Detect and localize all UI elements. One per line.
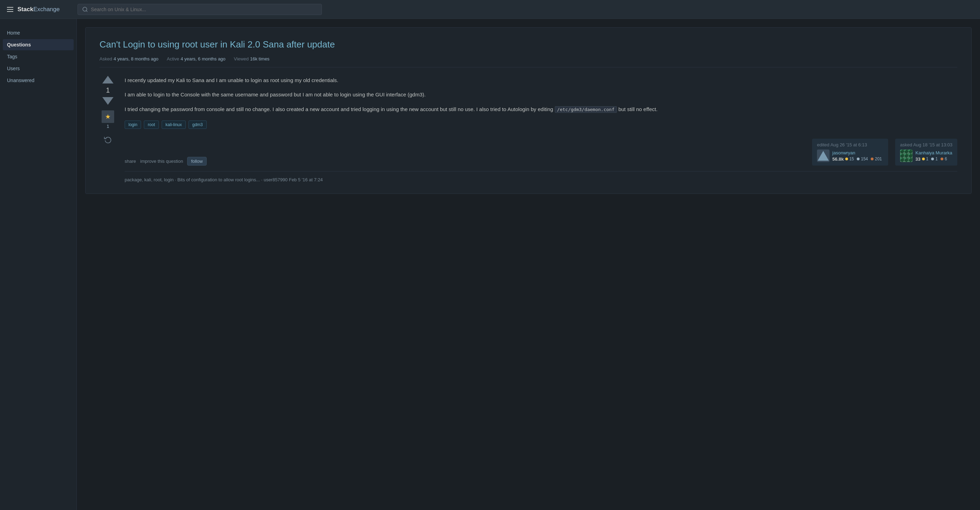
asker-rep: 33 — [915, 156, 920, 162]
editor-details: jasonwryan 56.8k 15 154 — [832, 150, 883, 162]
share-link[interactable]: share — [125, 159, 136, 164]
tags-row: login root kali-linux gdm3 — [125, 121, 957, 129]
search-bar[interactable] — [78, 4, 322, 15]
meta-active: Active 4 years, 6 months ago — [167, 56, 226, 62]
sidebar-item-tags[interactable]: Tags — [3, 51, 74, 62]
asker-gold-count: 1 — [926, 156, 929, 161]
asker-silver-badge-icon — [931, 158, 934, 160]
tag-gdm3[interactable]: gdm3 — [189, 121, 207, 129]
editor-gold-count: 15 — [850, 156, 854, 161]
bookmark-count: 1 — [107, 124, 109, 129]
editor-name[interactable]: jasonwryan — [832, 150, 883, 155]
asker-details: Kanhaiya Murarka 33 1 1 — [915, 150, 953, 162]
gold-badge-icon — [845, 158, 848, 160]
history-button[interactable] — [102, 133, 114, 146]
asker-info: Kanhaiya Murarka 33 1 1 — [900, 150, 953, 162]
post-body: I recently updated my Kali to Sana and I… — [125, 76, 957, 183]
sidebar-item-questions[interactable]: Questions — [3, 39, 74, 50]
sidebar-nav: Home Questions Tags Users Unanswered — [0, 27, 76, 86]
asker-bronze-badge-icon — [940, 158, 943, 160]
improve-link[interactable]: improve this question — [140, 159, 183, 164]
editor-rep: 56.8k — [832, 156, 844, 162]
asker-gold-badge-icon — [922, 158, 925, 160]
asker-label: asked Aug 18 '15 at 13:03 — [900, 142, 953, 147]
editor-label: edited Aug 26 '15 at 6:13 — [817, 142, 883, 147]
sidebar-item-unanswered[interactable]: Unanswered — [3, 75, 74, 86]
search-input[interactable] — [91, 6, 317, 12]
linked-posts: package, kali, root, login · Bits of con… — [125, 171, 957, 182]
asker-avatar — [900, 150, 913, 162]
sidebar-item-home[interactable]: Home — [3, 27, 74, 38]
site-logo[interactable]: StackExchange — [18, 6, 60, 13]
page-wrapper: Home Questions Tags Users Unanswered Can… — [0, 19, 980, 510]
asker-silver-count: 1 — [935, 156, 938, 161]
bronze-badge-icon — [871, 158, 873, 160]
avatar-triangle-icon — [818, 151, 829, 161]
bookmark-button[interactable]: ★ 1 — [102, 110, 114, 129]
tag-root[interactable]: root — [144, 121, 159, 129]
silver-badge-icon — [857, 158, 859, 160]
asker-name[interactable]: Kanhaiya Murarka — [915, 150, 953, 155]
hamburger-menu[interactable] — [6, 6, 15, 13]
vote-down-button[interactable] — [102, 97, 113, 105]
post-actions: share improve this question follow edite… — [125, 136, 957, 166]
user-cards: edited Aug 26 '15 at 6:13 jasonwryan 56.… — [812, 139, 957, 166]
follow-button[interactable]: follow — [187, 157, 206, 166]
editor-bronze-count: 201 — [875, 156, 882, 161]
main-content: Can't Login to using root user in Kali 2… — [77, 19, 980, 510]
asker-badges: 33 1 1 6 — [915, 156, 953, 162]
question-title: Can't Login to using root user in Kali 2… — [100, 39, 957, 51]
tag-login[interactable]: login — [125, 121, 141, 129]
question-meta: Asked 4 years, 8 months ago Active 4 yea… — [100, 56, 957, 67]
vote-count: 1 — [106, 86, 110, 94]
post-paragraph-1: I recently updated my Kali to Sana and I… — [125, 76, 957, 85]
post-layout: 1 ★ 1 I recently updated my Kali to Sana… — [100, 76, 957, 183]
editor-avatar — [817, 150, 829, 162]
post-paragraph-3: I tried changing the password from conso… — [125, 105, 957, 114]
editor-badges: 56.8k 15 154 201 — [832, 156, 883, 162]
asker-card: asked Aug 18 '15 at 13:03 Kanhaiya Murar… — [895, 139, 957, 166]
editor-card: edited Aug 26 '15 at 6:13 jasonwryan 56.… — [812, 139, 888, 166]
editor-silver-count: 154 — [861, 156, 868, 161]
inline-code: /etc/gdm3/daemon.conf — [555, 106, 617, 113]
tag-kali-linux[interactable]: kali-linux — [162, 121, 186, 129]
logo-area: StackExchange — [6, 6, 72, 13]
meta-viewed: Viewed 16k times — [234, 56, 269, 62]
post-paragraph-2: I am able to login to the Console with t… — [125, 90, 957, 99]
action-links: share improve this question follow — [125, 157, 207, 166]
svg-line-1 — [86, 11, 87, 11]
question-container: Can't Login to using root user in Kali 2… — [85, 27, 972, 194]
vote-up-button[interactable] — [102, 76, 113, 83]
history-icon — [104, 135, 112, 143]
editor-info: jasonwryan 56.8k 15 154 — [817, 150, 883, 162]
site-header: StackExchange — [0, 0, 980, 19]
vote-cell: 1 ★ 1 — [100, 76, 116, 183]
search-icon — [82, 6, 88, 13]
sidebar: Home Questions Tags Users Unanswered — [0, 19, 77, 510]
bookmark-icon: ★ — [102, 110, 114, 123]
asker-bronze-count: 6 — [945, 156, 947, 161]
svg-point-0 — [83, 7, 87, 11]
meta-asked: Asked 4 years, 8 months ago — [100, 56, 159, 62]
sidebar-item-users[interactable]: Users — [3, 63, 74, 74]
